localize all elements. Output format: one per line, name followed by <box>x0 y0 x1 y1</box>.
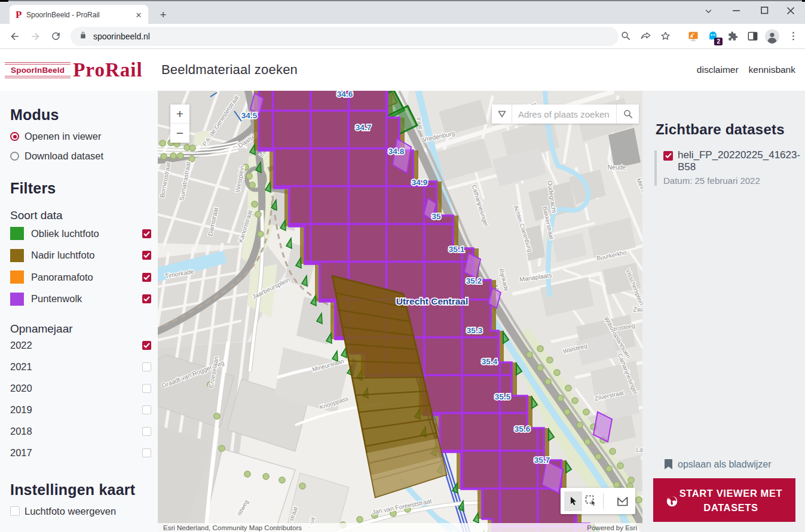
svg-text:Neude: Neude <box>608 164 626 171</box>
svg-text:35.5: 35.5 <box>495 392 511 401</box>
svg-text:35.2: 35.2 <box>466 276 482 285</box>
svg-text:35.7: 35.7 <box>534 456 550 465</box>
svg-text:34.9: 34.9 <box>412 178 427 187</box>
svg-text:35: 35 <box>431 212 441 221</box>
svg-text:35.6: 35.6 <box>515 425 531 433</box>
svg-text:Zwa: Zwa <box>633 306 642 313</box>
svg-text:34.5: 34.5 <box>241 111 258 120</box>
svg-text:Utrecht Centraal: Utrecht Centraal <box>396 296 469 306</box>
svg-text:35.1: 35.1 <box>449 245 465 254</box>
svg-text:34.6: 34.6 <box>337 91 353 99</box>
svg-text:34.7: 34.7 <box>356 123 371 132</box>
svg-text:La: La <box>636 447 642 453</box>
svg-text:35.3: 35.3 <box>467 326 483 335</box>
svg-text:35.4: 35.4 <box>482 357 498 366</box>
svg-text:34.8: 34.8 <box>388 147 405 156</box>
